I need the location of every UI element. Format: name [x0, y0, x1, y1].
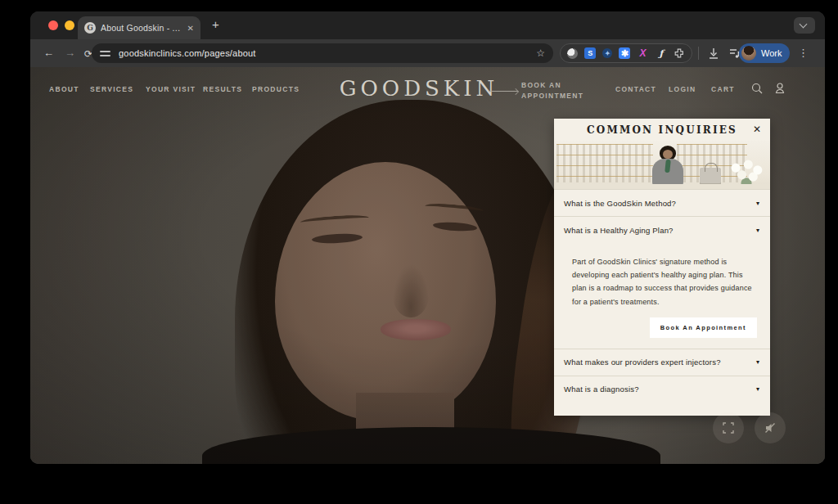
extensions-group: S ✦ ✱ X ƒ [560, 43, 692, 63]
profile-chip[interactable]: Work [739, 43, 790, 63]
address-bar[interactable]: goodskinclinics.com/pages/about ☆ [92, 43, 553, 63]
window-minimize-button[interactable] [65, 20, 74, 30]
profile-avatar [741, 46, 756, 61]
chevron-down-icon: ▾ [756, 227, 759, 234]
nav-item-results[interactable]: RESULTS [203, 85, 242, 93]
desktop-background: G About Goodskin - Aesthetic C ✕ + ← → ⟳… [0, 0, 838, 504]
extension-pink-x-icon[interactable]: X [638, 47, 649, 59]
tab-search-button[interactable] [794, 17, 815, 34]
browser-tab-active[interactable]: G About Goodskin - Aesthetic C ✕ [78, 16, 200, 39]
chevron-down-icon: ▾ [756, 200, 759, 207]
accordion-item-diagnosis[interactable]: What is a diagnosis? ▾ [554, 376, 770, 403]
sound-off-icon [764, 421, 777, 434]
accordion-question: What is a Healthy Aging Plan? [564, 226, 756, 235]
extension-blue-s-icon[interactable]: S [584, 47, 596, 59]
arrow-right-icon [489, 91, 518, 92]
accordion-item-goodskin-method[interactable]: What is the GoodSkin Method? ▾ [554, 189, 770, 216]
clinic-flowers [728, 160, 765, 187]
fullscreen-icon [722, 421, 735, 434]
mute-button[interactable] [755, 412, 786, 443]
clinic-receptionist [649, 146, 687, 189]
browser-toolbar: ← → ⟳ goodskinclinics.com/pages/about ☆ … [30, 39, 825, 67]
site-logo[interactable]: GOODSKIN [340, 76, 499, 101]
cta-row: Book An Appointment [554, 308, 770, 349]
accordion-question: What is the GoodSkin Method? [564, 199, 756, 208]
panel-close-icon[interactable]: ✕ [753, 124, 761, 135]
site-settings-icon[interactable] [100, 49, 111, 57]
extension-grey-circle-icon[interactable] [567, 48, 578, 59]
toolbar-divider [698, 47, 699, 60]
panel-title: COMMON INQUIRIES [554, 124, 770, 136]
chevron-down-icon: ▾ [756, 385, 759, 393]
browser-window: G About Goodskin - Aesthetic C ✕ + ← → ⟳… [30, 11, 825, 464]
window-close-button[interactable] [48, 20, 58, 30]
new-tab-button[interactable]: + [212, 17, 219, 31]
nav-item-your-visit[interactable]: YOUR VISIT [146, 85, 196, 93]
book-appointment-button[interactable]: Book An Appointment [650, 317, 757, 338]
nav-book-appointment[interactable]: BOOK AN APPOINTMENT [521, 80, 583, 101]
nav-item-services[interactable]: SERVICES [90, 85, 133, 93]
search-icon[interactable] [750, 82, 764, 95]
forward-button[interactable]: → [65, 47, 75, 60]
accordion-question: What makes our providers expert injector… [564, 358, 756, 367]
tab-close-icon[interactable]: ✕ [187, 24, 194, 33]
fullscreen-button[interactable] [713, 412, 744, 443]
tab-strip: G About Goodskin - Aesthetic C ✕ + [30, 11, 825, 39]
extension-italic-f-icon[interactable]: ƒ [656, 47, 667, 59]
clinic-shopping-bag [700, 168, 721, 186]
clinic-photo [554, 141, 770, 189]
panel-header: COMMON INQUIRIES ✕ [554, 119, 770, 141]
bookmark-star-icon[interactable]: ☆ [536, 47, 545, 59]
nav-item-cart[interactable]: CART [711, 85, 735, 93]
browser-menu-icon[interactable]: ⋮ [798, 47, 809, 59]
page-video-hero: ABOUT SERVICES YOUR VISIT RESULTS PRODUC… [30, 67, 825, 464]
profile-name: Work [761, 48, 782, 58]
accordion-item-healthy-aging-plan[interactable]: What is a Healthy Aging Plan? ▾ [554, 216, 770, 243]
extension-navy-circle-icon[interactable]: ✦ [602, 48, 612, 58]
account-icon[interactable] [773, 82, 786, 95]
nav-item-products[interactable]: PRODUCTS [252, 85, 300, 93]
common-inquiries-panel: COMMON INQUIRIES ✕ What is the GoodSkin … [554, 119, 770, 416]
url-text[interactable]: goodskinclinics.com/pages/about [119, 48, 529, 58]
chevron-down-icon [800, 20, 808, 29]
back-button[interactable]: ← [43, 47, 54, 60]
tab-favicon-icon: G [84, 22, 96, 34]
tab-title: About Goodskin - Aesthetic C [101, 23, 182, 33]
clinic-shelves [556, 144, 653, 182]
site-navigation: ABOUT SERVICES YOUR VISIT RESULTS PRODUC… [30, 67, 825, 115]
chevron-down-icon: ▾ [756, 358, 759, 366]
extensions-puzzle-icon[interactable] [674, 47, 685, 59]
nav-item-about[interactable]: ABOUT [49, 85, 79, 93]
extension-blue-gear-icon[interactable]: ✱ [619, 47, 630, 59]
accordion-item-expert-injectors[interactable]: What makes our providers expert injector… [554, 349, 770, 376]
nav-item-contact[interactable]: CONTACT [615, 85, 656, 93]
downloads-icon[interactable] [706, 46, 721, 61]
accordion-answer-body: Part of GoodSkin Clinics' signature meth… [554, 243, 770, 308]
nav-item-login[interactable]: LOGIN [669, 85, 696, 93]
accordion-question: What is a diagnosis? [564, 385, 756, 394]
accordion-answer-text: Part of GoodSkin Clinics' signature meth… [572, 255, 755, 308]
